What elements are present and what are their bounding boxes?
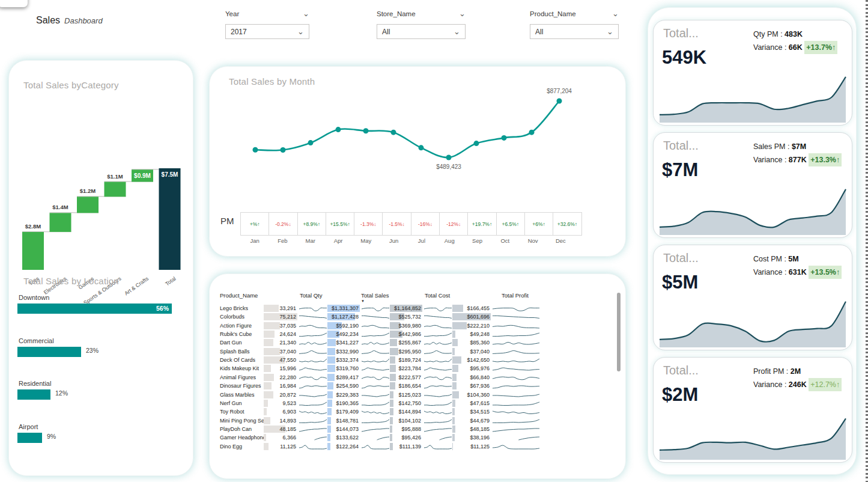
row-sparkline	[492, 392, 540, 399]
row-sparkline	[492, 400, 540, 407]
product-name-cell: Colorbuds	[220, 313, 264, 320]
row-sparkline	[361, 426, 390, 433]
row-sparkline	[492, 426, 540, 433]
waterfall-bar-total[interactable]	[159, 168, 181, 270]
month-label-nov: Nov	[519, 237, 547, 244]
store-select[interactable]: All ⌄	[377, 24, 466, 39]
kpi-card-sales[interactable]: Total... $7M Sales PM : $7M Variance : 8…	[653, 132, 852, 238]
location-value: 9%	[47, 433, 56, 440]
table-value-cell: $341,227	[327, 339, 360, 346]
pm-cell-mar: +8.9%↑	[297, 212, 326, 236]
table-value-cell: $166,455	[452, 305, 491, 312]
waterfall-bar-toys[interactable]	[22, 232, 44, 270]
waterfall-bar-sports-outdoors[interactable]	[105, 182, 126, 197]
product-name-cell: Nerf Gun	[220, 400, 264, 407]
location-label: Airport	[19, 423, 189, 430]
variance-label: Variance :	[753, 380, 786, 389]
waterfall-bar-label: $7.5M	[162, 171, 178, 178]
kpi-card-profit[interactable]: Total... $2M Profit PM : 2M Variance : 2…	[653, 357, 852, 463]
year-select[interactable]: 2017 ⌄	[225, 24, 309, 39]
row-sparkline	[299, 357, 327, 364]
sparkline-path	[424, 377, 452, 380]
row-sparkline	[299, 383, 327, 390]
location-bar-downtown[interactable]: 56%	[17, 304, 172, 314]
row-sparkline	[423, 383, 452, 390]
location-bar-residential[interactable]	[17, 389, 50, 400]
column-header-total-profit[interactable]: Total Profit	[502, 292, 529, 299]
kpi-card-qty[interactable]: Total... 549K Qty PM : 483K Variance : 6…	[653, 20, 852, 126]
row-sparkline	[299, 365, 327, 373]
pm-change-value: +15.5%↑	[330, 221, 350, 227]
data-point-jun[interactable]	[391, 130, 396, 135]
column-header-total-cost[interactable]: Total Cost	[425, 292, 450, 299]
table-value-cell: $254,590	[327, 382, 360, 389]
kpi-card-cost[interactable]: Total... $5M Cost PM : 5M Variance : 631…	[653, 245, 852, 350]
row-sparkline	[492, 314, 540, 321]
data-point-feb[interactable]	[281, 147, 286, 153]
table-value-cell: $222,210	[452, 322, 491, 329]
row-sparkline	[299, 314, 327, 321]
data-point-dec[interactable]	[557, 99, 562, 104]
row-sparkline	[423, 374, 452, 382]
chevron-down-icon: ⌄	[297, 29, 304, 35]
row-sparkline	[361, 444, 390, 451]
sparkline-path	[424, 445, 452, 449]
table-value-cell: $148,781	[327, 417, 360, 424]
location-bar-chart: Downtown56%Commercial23%Residential12%Ai…	[17, 294, 189, 471]
row-sparkline	[361, 418, 390, 425]
table-value-cell: $601,696	[452, 313, 491, 320]
sparkline-path	[493, 368, 539, 370]
category-location-panel: Total Sales byCategory $2.8MToys$1.4MEle…	[8, 60, 193, 476]
kpi-info: Qty PM : 483K Variance : 66K +13.7%↑	[753, 28, 837, 54]
chevron-down-icon[interactable]: ⌄	[303, 11, 309, 17]
chevron-down-icon[interactable]: ⌄	[612, 11, 619, 17]
data-point-sep[interactable]	[474, 141, 479, 146]
table-value-cell: 37,035	[264, 322, 297, 329]
column-header-total-sales[interactable]: Total Sales	[361, 292, 389, 299]
waterfall-bar-electronics[interactable]	[50, 213, 71, 232]
table-value-cell: $592,190	[327, 322, 360, 329]
table-value-cell: 9,523	[264, 400, 297, 407]
location-bar-commercial[interactable]	[17, 347, 81, 357]
product-name-cell: Dino Egg	[220, 443, 264, 450]
location-bar-airport[interactable]	[17, 433, 42, 443]
sort-descending-icon[interactable]: ▼	[361, 299, 365, 303]
table-scrollbar[interactable]	[617, 293, 621, 371]
sparkline-path	[299, 325, 327, 328]
row-sparkline	[492, 331, 540, 338]
sparkline-path	[424, 394, 452, 397]
data-point-mar[interactable]	[308, 140, 314, 145]
data-point-aug[interactable]	[446, 155, 452, 160]
column-header-product-name[interactable]: Product_Name	[220, 292, 258, 299]
product-name-cell: Rubik's Cube	[220, 331, 264, 338]
waterfall-bar-games[interactable]	[77, 197, 99, 213]
data-point-may[interactable]	[363, 128, 369, 133]
sparkline-path	[315, 437, 327, 440]
table-value-cell: $111,139	[390, 443, 422, 450]
row-sparkline	[299, 435, 327, 442]
filter-year-label: Year	[225, 10, 239, 17]
table-value-cell: $38,196	[452, 434, 491, 441]
row-sparkline	[492, 323, 540, 330]
pm-change-value: -1.5%↓	[389, 221, 404, 227]
row-sparkline	[423, 349, 452, 356]
data-point-nov[interactable]	[529, 130, 535, 135]
kpi-sparkline-sales	[657, 185, 848, 235]
filter-store-label: Store_Name	[377, 10, 416, 17]
pm-change-strip: +%↑-0.2%↓+8.9%↑+15.5%↑-1.3%↓-1.5%↓-16%↓-…	[241, 212, 582, 236]
variance-label: Variance :	[753, 156, 786, 164]
data-point-apr[interactable]	[336, 127, 341, 132]
column-header-total-qty[interactable]: Total Qty	[300, 292, 323, 299]
row-sparkline	[492, 349, 540, 356]
data-point-jan[interactable]	[253, 147, 258, 153]
row-sparkline	[423, 392, 452, 399]
table-value-cell: $222,577	[390, 374, 422, 381]
data-point-jul[interactable]	[419, 145, 424, 150]
kpi-value: $5M	[662, 272, 698, 293]
data-point-oct[interactable]	[502, 135, 507, 141]
waterfall-bar-label: $1.4M	[52, 204, 68, 210]
chevron-down-icon[interactable]: ⌄	[459, 11, 466, 17]
product-select[interactable]: All ⌄	[530, 24, 619, 39]
product-name-cell: Gamer Headphones	[220, 434, 264, 441]
metric-value: 5M	[788, 255, 798, 263]
